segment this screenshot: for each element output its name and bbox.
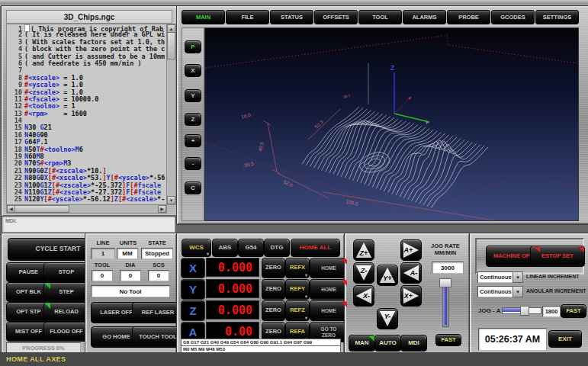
jog-a-input[interactable]: 1800 bbox=[542, 306, 561, 317]
home-y-button[interactable]: HOME bbox=[310, 279, 348, 300]
home-z-button[interactable]: HOME bbox=[310, 300, 348, 321]
mode-mdi-button-label: MDI bbox=[408, 339, 419, 346]
jog-y-minusplus-button[interactable]: Y+ bbox=[377, 265, 398, 286]
button-stop[interactable]: STOP bbox=[43, 262, 89, 282]
scroll-right-icon[interactable]: ▶ bbox=[158, 205, 166, 213]
tab-tool[interactable]: TOOL bbox=[358, 10, 402, 24]
zero-z-button[interactable]: ZERO bbox=[262, 300, 285, 321]
angular-increment-select[interactable]: Continuous bbox=[477, 286, 516, 297]
view-button-+[interactable]: + bbox=[185, 134, 201, 147]
button-stop-label: STOP bbox=[59, 269, 74, 276]
dropdown-arrow-icon[interactable]: ▼ bbox=[512, 286, 523, 297]
view-button--[interactable]: - bbox=[185, 157, 201, 170]
tab-file[interactable]: FILE bbox=[226, 10, 269, 24]
button-touch-tool-label: TOUCH TOOL bbox=[139, 334, 176, 341]
button-reload[interactable]: RELOAD bbox=[43, 302, 89, 322]
ref-z-button[interactable]: REFZ▾ bbox=[285, 300, 310, 321]
dropdown-caret-icon: ▾ bbox=[305, 294, 307, 299]
ref-y-button[interactable]: REFY▾ bbox=[285, 279, 310, 300]
view-button-z[interactable]: Z bbox=[185, 113, 201, 126]
toolpath-preview[interactable]: 10.040.5-30.552.0105.052.338.1Z bbox=[204, 27, 579, 221]
gcode-editor[interactable]: 1( This program is copyright of Rab G2( … bbox=[6, 24, 167, 205]
view-button-p[interactable]: P bbox=[185, 40, 201, 53]
view-button-c-label: C bbox=[191, 185, 195, 191]
mode-auto-button-label: AUTO bbox=[379, 339, 397, 346]
tab-gcodes[interactable]: GCODES bbox=[491, 10, 535, 24]
ref-z-button-label: REFZ bbox=[290, 307, 305, 314]
dro-header-home-all-label: HOME ALL bbox=[300, 244, 331, 251]
dropdown-arrow-icon[interactable]: ▼ bbox=[512, 271, 523, 283]
tab-offsets[interactable]: OFFSETS bbox=[314, 10, 358, 24]
tab-settings[interactable]: SETTINGS bbox=[535, 10, 579, 24]
button-flood-off-label: FLOOD OFF bbox=[50, 329, 82, 336]
dro-header-dtg[interactable]: DTG bbox=[264, 239, 290, 257]
jog-a-slider-handle[interactable] bbox=[520, 306, 529, 316]
axis-button-x[interactable]: X bbox=[181, 258, 205, 278]
fast-button[interactable]: FAST bbox=[561, 304, 586, 318]
dro-header-abs[interactable]: ABS bbox=[212, 239, 238, 257]
button-ref-laser[interactable]: REF LASER bbox=[132, 302, 184, 323]
button-pause-label: PAUSE bbox=[19, 269, 38, 276]
dropdown-caret-icon: ▾ bbox=[305, 273, 307, 278]
status-bar-message: HOME ALL AXES bbox=[6, 355, 66, 363]
status-value-tool: 0 bbox=[92, 270, 113, 281]
status-value-dia: 0 bbox=[120, 270, 141, 281]
jog-rate-input[interactable]: 3000 bbox=[432, 262, 464, 274]
tab-main[interactable]: MAIN bbox=[182, 10, 225, 24]
jog-x-minus-button[interactable]: X- bbox=[353, 285, 374, 307]
jog-z-minus-button[interactable]: Z- bbox=[353, 262, 374, 284]
code-lines: 1( This program is copyright of Rab G2( … bbox=[7, 24, 166, 204]
jog-x-minusplus-button[interactable]: X+ bbox=[400, 285, 422, 307]
button-touch-tool[interactable]: TOUCH TOOL bbox=[132, 326, 184, 348]
button-step[interactable]: STEP bbox=[43, 282, 89, 302]
button-mist-off-label: MIST OFF bbox=[15, 329, 42, 336]
home-x-button[interactable]: HOME bbox=[310, 258, 348, 278]
zero-z-button-label: ZERO bbox=[265, 307, 281, 314]
zero-x-button[interactable]: ZERO bbox=[262, 258, 285, 278]
view-button-y[interactable]: Y bbox=[185, 89, 201, 102]
exit-button[interactable]: EXIT bbox=[548, 330, 582, 348]
mode-mdi-button[interactable]: MDI bbox=[400, 335, 427, 352]
tool-name-display: No Tool bbox=[91, 285, 170, 297]
power-button-frame: MACHINE OFFESTOP SET bbox=[475, 238, 584, 274]
jog-a-minusplus-button[interactable]: A+ bbox=[400, 239, 422, 261]
editor-hscrollbar[interactable]: ◀ ▶ bbox=[6, 204, 167, 214]
z-axis-label: Z bbox=[390, 64, 395, 72]
editor-vscroll-thumb[interactable] bbox=[167, 32, 175, 59]
view-button-+-label: + bbox=[191, 137, 195, 144]
view-button-p-label: P bbox=[191, 43, 194, 50]
scroll-down-icon[interactable]: ▼ bbox=[167, 196, 175, 204]
jog-y-minus-button[interactable]: Y- bbox=[377, 308, 398, 329]
tab-probe[interactable]: PROBE bbox=[447, 10, 490, 24]
jog-a-minus-button[interactable]: A- bbox=[400, 262, 422, 284]
button-step-label: STEP bbox=[59, 289, 74, 296]
dro-header-wcs[interactable]: WCS▾ bbox=[182, 239, 211, 257]
zero-y-button-label: ZERO bbox=[265, 286, 281, 293]
axis-button-z[interactable]: Z bbox=[181, 300, 205, 321]
jog-z-minusplus-button[interactable]: Z+ bbox=[353, 239, 374, 261]
axis-button-y[interactable]: Y bbox=[181, 279, 205, 300]
home-x-button-label: HOME bbox=[321, 265, 336, 271]
editor-hscroll-thumb[interactable] bbox=[14, 205, 69, 213]
button-flood-off[interactable]: FLOOD OFF bbox=[43, 322, 89, 342]
mdi-input[interactable]: MDI: bbox=[2, 216, 175, 233]
view-button-x[interactable]: X bbox=[185, 64, 201, 77]
view-button-c[interactable]: C bbox=[185, 181, 201, 194]
zero-y-button[interactable]: ZERO bbox=[262, 279, 285, 300]
home-y-button-label: HOME bbox=[321, 287, 336, 292]
ref-x-button[interactable]: REFX▾ bbox=[285, 258, 310, 278]
dro-header-g54[interactable]: G54 bbox=[238, 239, 264, 257]
tab-alarms[interactable]: ALARMS bbox=[403, 10, 446, 24]
linear-increment-select[interactable]: Continuous bbox=[477, 271, 516, 283]
green-indicator-icon bbox=[368, 336, 374, 342]
dro-header-home-all[interactable]: HOME ALL bbox=[291, 239, 340, 257]
jog-panel: Z+A+Z-Y+A-X-X+Y-JOG RATEMM/MIN3000FASTMA… bbox=[345, 233, 470, 354]
editor-vscrollbar[interactable]: ▲ ▼ bbox=[166, 24, 176, 205]
mode-auto-button[interactable]: AUTO bbox=[374, 335, 401, 352]
jog-fast-button[interactable]: FAST bbox=[435, 334, 461, 346]
jog-rate-slider-handle[interactable] bbox=[439, 278, 451, 287]
tab-status[interactable]: STATUS bbox=[270, 10, 313, 24]
button-reload-label: RELOAD bbox=[54, 309, 79, 316]
mode-man-button[interactable]: MAN bbox=[349, 335, 375, 352]
home-a-button-label: GO TO ZERO bbox=[314, 326, 343, 338]
